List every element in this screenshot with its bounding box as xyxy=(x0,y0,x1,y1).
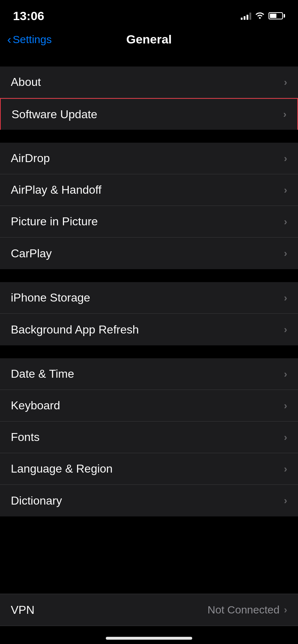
airplay-handoff-label: AirPlay & Handoff xyxy=(11,183,101,197)
chevron-right-icon: › xyxy=(284,463,287,475)
background-app-refresh-label: Background App Refresh xyxy=(11,323,139,336)
chevron-right-icon: › xyxy=(283,109,286,120)
list-item[interactable]: Date & Time › xyxy=(0,358,298,390)
chevron-right-icon: › xyxy=(284,495,287,506)
software-update-row[interactable]: Software Update › xyxy=(0,98,298,130)
back-chevron-icon: ‹ xyxy=(7,32,11,46)
chevron-right-icon: › xyxy=(284,77,287,88)
vpn-label: VPN xyxy=(11,603,35,617)
section-gap-1 xyxy=(0,54,298,66)
home-indicator xyxy=(106,637,192,640)
picture-in-picture-label: Picture in Picture xyxy=(11,215,98,228)
signal-bars-icon xyxy=(241,12,251,20)
airdrop-label: AirDrop xyxy=(11,152,50,165)
list-item[interactable]: iPhone Storage › xyxy=(0,282,298,314)
back-label: Settings xyxy=(13,33,51,46)
battery-icon xyxy=(268,12,285,19)
vpn-row[interactable]: VPN Not Connected › xyxy=(0,594,298,626)
scroll-content: About › Software Update › AirDrop › AirP… xyxy=(0,54,298,574)
about-label: About xyxy=(11,75,41,89)
chevron-right-icon: › xyxy=(284,604,287,616)
list-item[interactable]: Language & Region › xyxy=(0,453,298,485)
iphone-storage-label: iPhone Storage xyxy=(11,291,90,304)
chevron-right-icon: › xyxy=(284,368,287,380)
settings-group-3: iPhone Storage › Background App Refresh … xyxy=(0,282,298,345)
software-update-label: Software Update xyxy=(12,108,97,121)
date-time-label: Date & Time xyxy=(11,367,74,381)
chevron-right-icon: › xyxy=(284,248,287,259)
list-item[interactable]: AirDrop › xyxy=(0,143,298,174)
carplay-label: CarPlay xyxy=(11,247,52,260)
keyboard-label: Keyboard xyxy=(11,399,60,412)
vpn-group: VPN Not Connected › xyxy=(0,594,298,626)
chevron-right-icon: › xyxy=(284,432,287,443)
list-item[interactable]: Keyboard › xyxy=(0,390,298,422)
chevron-right-icon: › xyxy=(284,184,287,196)
chevron-right-icon: › xyxy=(284,153,287,164)
list-item[interactable]: CarPlay › xyxy=(0,238,298,269)
list-item[interactable]: Background App Refresh › xyxy=(0,314,298,345)
section-gap-3 xyxy=(0,269,298,282)
list-item[interactable]: AirPlay & Handoff › xyxy=(0,174,298,206)
chevron-right-icon: › xyxy=(284,324,287,335)
vpn-status: Not Connected xyxy=(208,604,280,616)
language-region-label: Language & Region xyxy=(11,462,113,475)
status-time: 13:06 xyxy=(13,9,44,23)
chevron-right-icon: › xyxy=(284,216,287,227)
settings-group-1: About › Software Update › xyxy=(0,66,298,130)
list-item[interactable]: Fonts › xyxy=(0,422,298,453)
status-icons xyxy=(241,11,285,21)
section-gap-2 xyxy=(0,130,298,143)
list-item[interactable]: About › xyxy=(0,66,298,98)
settings-group-4: Date & Time › Keyboard › Fonts › Languag… xyxy=(0,358,298,516)
settings-group-2: AirDrop › AirPlay & Handoff › Picture in… xyxy=(0,143,298,269)
chevron-right-icon: › xyxy=(284,292,287,304)
back-button[interactable]: ‹ Settings xyxy=(7,32,52,46)
nav-bar: ‹ Settings General xyxy=(0,29,298,54)
section-gap-4 xyxy=(0,345,298,358)
dictionary-label: Dictionary xyxy=(11,494,62,507)
wifi-icon xyxy=(255,11,265,21)
fonts-label: Fonts xyxy=(11,431,40,444)
page-title: General xyxy=(126,32,172,46)
list-item[interactable]: Picture in Picture › xyxy=(0,206,298,238)
chevron-right-icon: › xyxy=(284,400,287,411)
list-item[interactable]: Dictionary › xyxy=(0,485,298,516)
status-bar: 13:06 xyxy=(0,0,298,29)
